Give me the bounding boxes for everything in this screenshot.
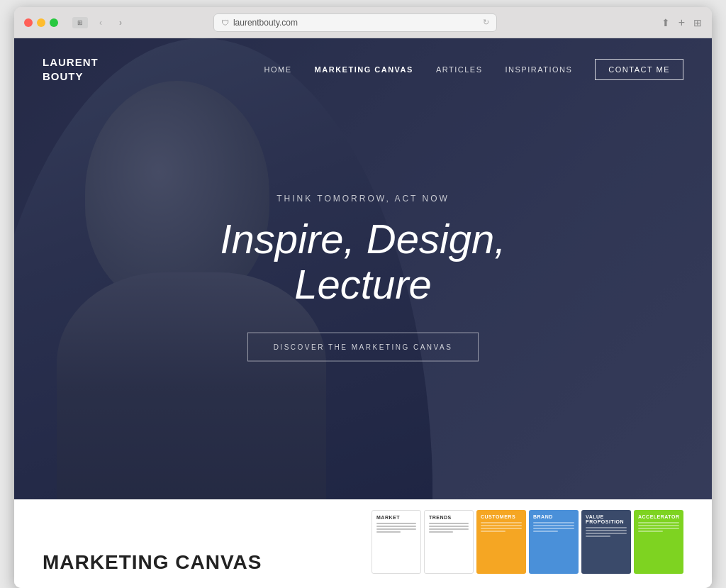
maximize-button[interactable] (50, 18, 58, 27)
traffic-lights (24, 18, 58, 27)
canvas-card-market: MARKET (372, 510, 421, 574)
card-lines (586, 527, 627, 537)
contact-me-button[interactable]: CONTACT ME (595, 59, 683, 80)
site-logo[interactable]: LAURENT BOUTY (43, 55, 99, 83)
forward-button[interactable]: › (113, 16, 128, 30)
canvas-card-brand: BRAND (529, 510, 579, 574)
new-tab-icon[interactable]: + (678, 16, 685, 29)
address-bar[interactable]: 🛡 laurentbouty.com ↻ (213, 13, 497, 32)
card-label-accelerator: ACCELERATOR (638, 514, 679, 519)
marketing-canvas-heading: MARKETING CANVAS (43, 551, 262, 574)
minimize-button[interactable] (37, 18, 45, 27)
window-control[interactable]: ⊞ (72, 17, 88, 28)
browser-controls: ⊞ ‹ › (72, 16, 128, 30)
card-lines (481, 522, 522, 532)
shield-icon: 🛡 (221, 18, 229, 27)
card-lines (429, 523, 469, 533)
hero-title: Inspire, Design,Lecture (150, 216, 576, 307)
hero-cta-button[interactable]: DISCOVER THE MARKETING CANVAS (247, 332, 479, 361)
nav-inspirations[interactable]: INSPIRATIONS (505, 65, 572, 74)
card-lines (376, 523, 416, 533)
url-text: laurentbouty.com (233, 18, 298, 28)
card-label-value-proposition: VALUE PROPOSITION (586, 514, 627, 524)
navigation: LAURENT BOUTY HOME MARKETING CANVAS ARTI… (14, 38, 712, 100)
canvas-card-accelerator: ACCELERATOR (634, 510, 683, 574)
canvas-card-value-proposition: VALUE PROPOSITION (581, 510, 631, 574)
card-label-customers: CUSTOMERS (481, 514, 522, 519)
card-lines (533, 522, 574, 532)
grid-icon[interactable]: ⊞ (693, 17, 702, 28)
nav-marketing-canvas[interactable]: MARKETING CANVAS (315, 65, 413, 74)
nav-home[interactable]: HOME (264, 65, 292, 74)
canvas-preview: MARKET TRENDS (372, 510, 683, 574)
card-label-brand: BRAND (533, 514, 574, 519)
reload-icon[interactable]: ↻ (483, 18, 489, 27)
card-label-market: MARKET (376, 515, 416, 520)
hero-section: LAURENT BOUTY HOME MARKETING CANVAS ARTI… (14, 38, 712, 499)
share-icon[interactable]: ⬆ (661, 17, 670, 28)
card-label-trends: TRENDS (429, 515, 469, 520)
browser-actions: ⬆ + ⊞ (661, 16, 702, 29)
website-content: LAURENT BOUTY HOME MARKETING CANVAS ARTI… (14, 38, 712, 588)
nav-articles[interactable]: ARTICLES (436, 65, 483, 74)
hero-subtitle: THINK TOMORROW, ACT NOW (150, 194, 576, 204)
hero-content: THINK TOMORROW, ACT NOW Inspire, Design,… (150, 194, 576, 362)
close-button[interactable] (24, 18, 33, 27)
canvas-card-customers: CUSTOMERS (476, 510, 526, 574)
browser-window: ⊞ ‹ › 🛡 laurentbouty.com ↻ ⬆ + ⊞ (14, 7, 712, 588)
browser-titlebar: ⊞ ‹ › 🛡 laurentbouty.com ↻ ⬆ + ⊞ (14, 7, 712, 38)
card-lines (638, 522, 679, 532)
canvas-card-trends: TRENDS (424, 510, 474, 574)
bottom-section: MARKETING CANVAS MARKET TRENDS (14, 499, 712, 588)
back-button[interactable]: ‹ (94, 16, 108, 30)
nav-links: HOME MARKETING CANVAS ARTICLES INSPIRATI… (264, 59, 683, 80)
